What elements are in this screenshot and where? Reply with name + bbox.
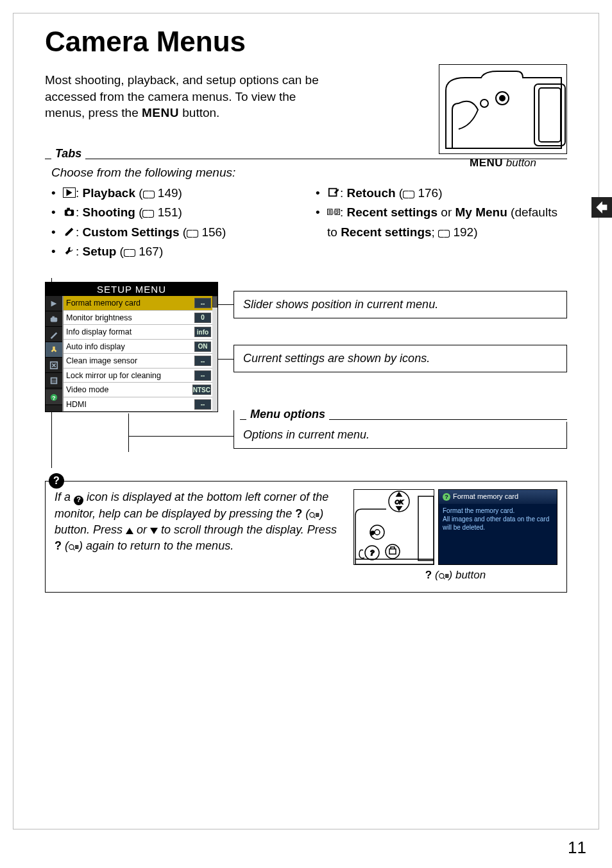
svg-marker-45 xyxy=(396,507,402,510)
tabs-label: Tabs xyxy=(51,147,85,162)
wrench-icon xyxy=(63,246,76,256)
svg-rect-1 xyxy=(539,88,561,142)
book-icon xyxy=(142,209,154,218)
menu-item: /: Recent settings or My Menu (defaults … xyxy=(316,203,567,242)
book-icon xyxy=(143,189,155,198)
retouch-icon xyxy=(327,187,340,198)
camera-caption-suffix: button xyxy=(503,157,536,169)
menu-item: : Playback ( 149) xyxy=(51,184,303,203)
book-icon xyxy=(403,189,414,198)
svg-rect-33 xyxy=(318,515,318,516)
svg-point-53 xyxy=(439,574,443,578)
setup-menu-row: Video modeNTSC xyxy=(64,383,212,397)
camera-caption-menu: MENU xyxy=(470,157,503,169)
setup-menu-row: Format memory card-- xyxy=(64,296,212,311)
menu-options-label: Menu options xyxy=(246,408,329,422)
camera-illustration: MENU button xyxy=(439,64,567,169)
callout-icons: Current settings are shown by icons. xyxy=(234,345,567,372)
menu-item: : Retouch ( 176) xyxy=(316,184,567,203)
svg-point-34 xyxy=(69,544,74,549)
setup-menu-row: HDMI-- xyxy=(64,397,212,412)
svg-rect-29 xyxy=(316,513,319,517)
svg-rect-22 xyxy=(51,378,57,384)
setup-menu-row: Info display formatinfo xyxy=(64,325,212,340)
svg-rect-40 xyxy=(77,547,78,548)
svg-rect-39 xyxy=(76,547,76,548)
menu-list-left: : Playback ( 149): Shooting ( 151): Cust… xyxy=(51,184,303,262)
camera-icon xyxy=(63,207,76,217)
setup-menu-row: Monitor brightness0 xyxy=(64,311,212,326)
book-icon xyxy=(124,248,135,257)
svg-text:OK: OK xyxy=(395,499,404,505)
page-title: Camera Menus xyxy=(45,26,567,58)
svg-rect-52 xyxy=(418,496,434,560)
svg-point-47 xyxy=(375,530,380,535)
setup-menu-row: Auto info displayON xyxy=(64,340,212,354)
callout-options-text: Options in current menu. xyxy=(234,422,567,449)
menu-item: : Shooting ( 151) xyxy=(51,203,303,222)
recent-icon: / xyxy=(327,207,340,217)
svg-line-54 xyxy=(443,578,445,579)
svg-rect-38 xyxy=(77,546,78,546)
control-illustration: OK ⊕ ? xyxy=(353,489,434,565)
svg-rect-20 xyxy=(52,317,55,318)
setup-menu-row: Clean image sensor-- xyxy=(64,354,212,369)
svg-text:⊕: ⊕ xyxy=(370,530,375,536)
book-icon xyxy=(187,229,198,238)
setup-menu-screenshot: SETUP MENU ? Format memory card--Monitor… xyxy=(45,282,218,412)
q-circle-icon: ? xyxy=(74,496,83,505)
callout-slider: Slider shows position in current menu. xyxy=(234,291,567,318)
svg-line-28 xyxy=(314,517,316,518)
svg-rect-41 xyxy=(355,559,434,564)
svg-line-35 xyxy=(73,549,74,550)
pencil-icon xyxy=(63,227,76,237)
setup-menu-row: Lock mirror up for cleaning-- xyxy=(64,369,212,383)
intro-text: Most shooting, playback, and setup optio… xyxy=(45,72,321,121)
svg-point-27 xyxy=(310,512,314,517)
svg-rect-32 xyxy=(317,515,318,516)
menu-word: MENU xyxy=(142,106,179,119)
down-triangle-icon xyxy=(150,528,158,534)
svg-marker-44 xyxy=(396,492,402,496)
zoom-thumb-icon-2 xyxy=(69,543,79,551)
zoom-thumb-icon xyxy=(309,511,319,519)
svg-point-4 xyxy=(480,100,488,107)
svg-rect-56 xyxy=(446,575,446,576)
help-screen: ? Format memory card Format the memory c… xyxy=(438,489,557,565)
page-number: 11 xyxy=(568,838,586,858)
setup-menu-title: SETUP MENU xyxy=(46,282,217,296)
up-triangle-icon xyxy=(126,528,133,534)
svg-point-3 xyxy=(500,96,505,101)
svg-rect-58 xyxy=(446,577,446,577)
svg-rect-37 xyxy=(76,546,76,546)
help-text: If a ? icon is displayed at the bottom l… xyxy=(55,489,343,583)
svg-text:?: ? xyxy=(370,549,375,557)
svg-point-8 xyxy=(67,211,71,215)
svg-rect-59 xyxy=(447,577,448,577)
svg-rect-55 xyxy=(445,575,448,578)
svg-marker-5 xyxy=(67,189,72,196)
book-icon xyxy=(438,229,450,238)
menu-item: : Custom Settings ( 156) xyxy=(51,223,303,242)
zoom-thumb-icon-3 xyxy=(439,572,449,580)
svg-rect-31 xyxy=(318,514,318,514)
svg-rect-57 xyxy=(447,575,448,576)
svg-rect-7 xyxy=(67,208,70,211)
menu-item: : Setup ( 167) xyxy=(51,242,303,261)
svg-rect-36 xyxy=(75,545,78,549)
play-icon xyxy=(63,187,76,198)
help-caption: ? () button xyxy=(353,568,557,583)
svg-rect-30 xyxy=(317,514,318,514)
svg-marker-18 xyxy=(51,301,57,307)
svg-text:?: ? xyxy=(52,394,55,401)
menu-list-right: : Retouch ( 176)/: Recent settings or My… xyxy=(316,184,567,242)
svg-rect-19 xyxy=(51,317,58,322)
